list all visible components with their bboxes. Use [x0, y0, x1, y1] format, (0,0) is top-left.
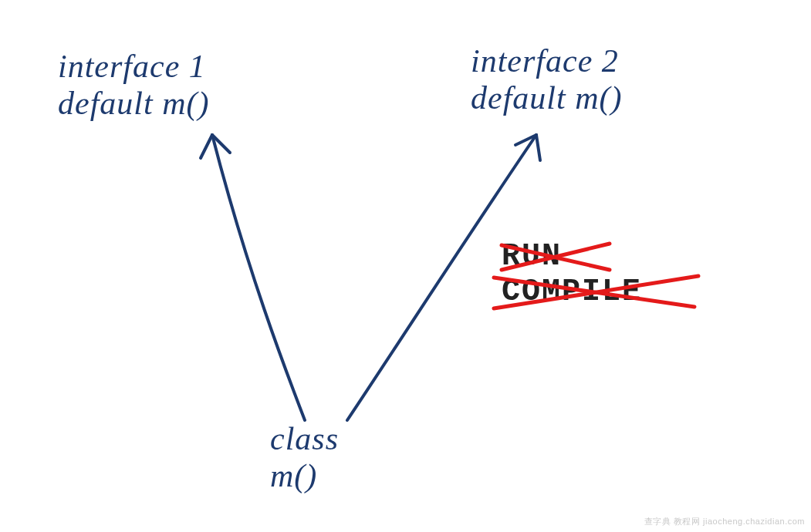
interface1-method: default m() — [58, 85, 209, 122]
class-block: class m() — [270, 420, 339, 495]
interface2-method: default m() — [471, 79, 622, 116]
diagram-canvas: interface 1 default m() interface 2 defa… — [0, 0, 811, 532]
class-method: m() — [270, 457, 339, 494]
interface1-block: interface 1 default m() — [58, 48, 209, 123]
arrow-to-interface1 — [201, 135, 305, 420]
status-run-label: RUN — [502, 239, 642, 274]
class-title: class — [270, 420, 339, 457]
watermark-text: 查字典 教程网 jiaocheng.chazidian.com — [644, 516, 805, 527]
interface2-block: interface 2 default m() — [471, 42, 622, 117]
interface1-title: interface 1 — [58, 48, 209, 85]
interface2-title: interface 2 — [471, 42, 622, 79]
status-compile-label: COMPILE — [502, 274, 642, 310]
status-block: RUN COMPILE — [502, 239, 642, 310]
